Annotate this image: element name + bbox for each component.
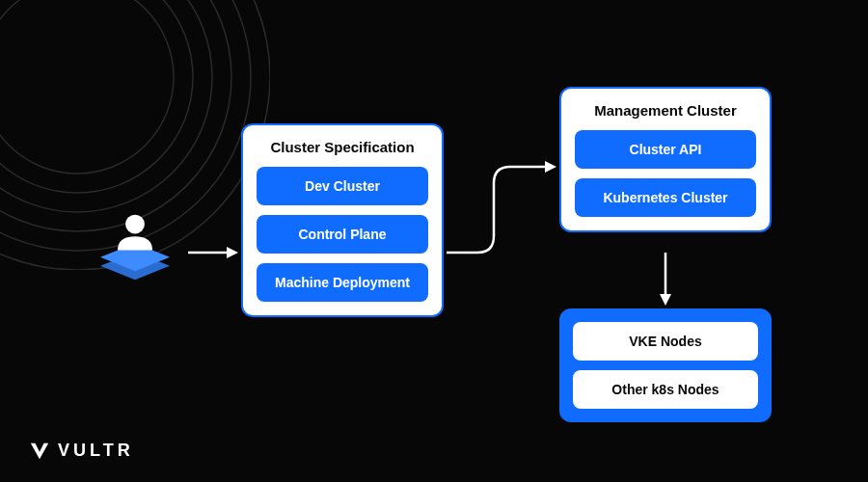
- brand-name: VULTR: [58, 441, 134, 461]
- svg-marker-10: [227, 247, 238, 258]
- vultr-logo-icon: [29, 440, 50, 461]
- brand-logo: VULTR: [29, 440, 134, 461]
- card-title: Management Cluster: [575, 102, 756, 119]
- spec-item: Control Plane: [257, 215, 428, 254]
- cluster-specification-card: Cluster Specification Dev Cluster Contro…: [241, 123, 444, 317]
- svg-point-3: [0, 0, 231, 231]
- management-cluster-card: Management Cluster Cluster API Kubernete…: [559, 87, 772, 232]
- spec-item: Dev Cluster: [257, 167, 428, 205]
- spec-item: Machine Deployment: [257, 263, 428, 302]
- card-title: Cluster Specification: [257, 139, 428, 155]
- nodes-card: VKE Nodes Other k8s Nodes: [559, 308, 772, 422]
- svg-point-1: [0, 0, 193, 193]
- nodes-item: Other k8s Nodes: [573, 370, 758, 409]
- svg-marker-11: [545, 161, 556, 173]
- svg-point-2: [0, 0, 212, 212]
- svg-point-0: [0, 0, 174, 174]
- svg-marker-13: [660, 294, 671, 306]
- mgmt-item: Kubernetes Cluster: [575, 178, 756, 217]
- nodes-item: VKE Nodes: [573, 322, 758, 361]
- svg-point-8: [125, 215, 145, 234]
- mgmt-item: Cluster API: [575, 130, 756, 169]
- user-on-layers-icon: [92, 212, 178, 299]
